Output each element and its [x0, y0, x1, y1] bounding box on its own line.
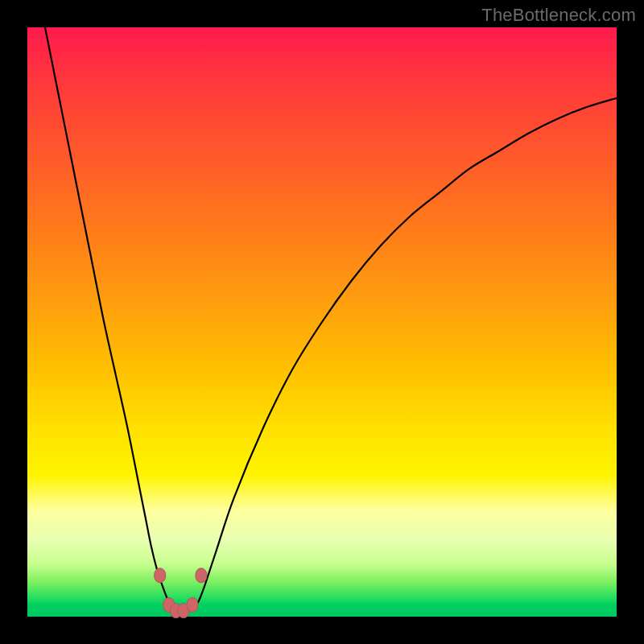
bottleneck-curve [45, 27, 617, 611]
trough-marker [187, 597, 198, 612]
plot-area [27, 27, 617, 617]
curve-layer [27, 27, 617, 617]
trough-marker [155, 568, 166, 583]
watermark-text: TheBottleneck.com [481, 5, 636, 26]
trough-marker [196, 568, 207, 583]
trough-markers [155, 568, 207, 618]
chart-frame: TheBottleneck.com [0, 0, 644, 644]
